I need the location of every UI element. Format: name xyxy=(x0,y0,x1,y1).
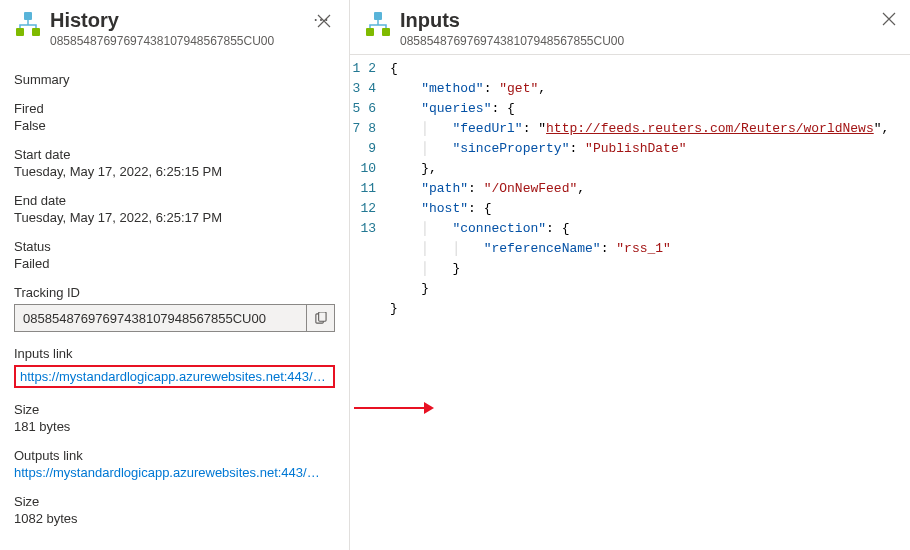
history-header: History 08585487697697438107948567855CU0… xyxy=(14,8,335,58)
inputs-link-highlight: https://mystandardlogicapp.azurewebsites… xyxy=(14,365,335,388)
fired-value: False xyxy=(14,118,335,133)
svg-rect-2 xyxy=(32,28,40,36)
start-date-value: Tuesday, May 17, 2022, 6:25:15 PM xyxy=(14,164,335,179)
inputs-panel: Inputs 08585487697697438107948567855CU00… xyxy=(350,0,910,550)
history-subtitle: 08585487697697438107948567855CU00 xyxy=(50,34,307,48)
inputs-header: Inputs 08585487697697438107948567855CU00 xyxy=(350,0,910,54)
svg-rect-4 xyxy=(319,312,326,321)
outputs-link-label: Outputs link xyxy=(14,448,335,463)
fired-label: Fired xyxy=(14,101,335,116)
logic-app-icon xyxy=(364,10,392,38)
tracking-id-value: 08585487697697438107948567855CU00 xyxy=(15,311,306,326)
status-value: Failed xyxy=(14,256,335,271)
svg-rect-7 xyxy=(374,12,382,20)
history-panel: History 08585487697697438107948567855CU0… xyxy=(0,0,350,550)
status-label: Status xyxy=(14,239,335,254)
copy-tracking-id-button[interactable] xyxy=(306,305,334,331)
tracking-id-field: 08585487697697438107948567855CU00 xyxy=(14,304,335,332)
outputs-link[interactable]: https://mystandardlogicapp.azurewebsites… xyxy=(14,465,320,480)
inputs-subtitle: 08585487697697438107948567855CU00 xyxy=(400,34,896,48)
start-date-label: Start date xyxy=(14,147,335,162)
inputs-link-label: Inputs link xyxy=(14,346,335,361)
end-date-value: Tuesday, May 17, 2022, 6:25:17 PM xyxy=(14,210,335,225)
editor-gutter: 1 2 3 4 5 6 7 8 9 10 11 12 13 xyxy=(350,55,390,550)
svg-rect-0 xyxy=(24,12,32,20)
editor-content[interactable]: { "method": "get", "queries": { │ "feedU… xyxy=(390,55,910,550)
inputs-close-button[interactable] xyxy=(878,8,900,33)
outputs-size-value: 1082 bytes xyxy=(14,511,335,526)
logic-app-icon xyxy=(14,10,42,38)
inputs-link[interactable]: https://mystandardlogicapp.azurewebsites… xyxy=(20,369,326,384)
end-date-label: End date xyxy=(14,193,335,208)
inputs-title: Inputs xyxy=(400,8,896,32)
outputs-size-label: Size xyxy=(14,494,335,509)
inputs-size-value: 181 bytes xyxy=(14,419,335,434)
json-editor[interactable]: 1 2 3 4 5 6 7 8 9 10 11 12 13 { "method"… xyxy=(350,54,910,550)
svg-rect-9 xyxy=(382,28,390,36)
svg-rect-1 xyxy=(16,28,24,36)
history-close-button[interactable] xyxy=(313,10,335,35)
svg-rect-8 xyxy=(366,28,374,36)
inputs-size-label: Size xyxy=(14,402,335,417)
tracking-id-label: Tracking ID xyxy=(14,285,335,300)
summary-heading: Summary xyxy=(14,72,335,87)
history-title: History xyxy=(50,8,307,32)
